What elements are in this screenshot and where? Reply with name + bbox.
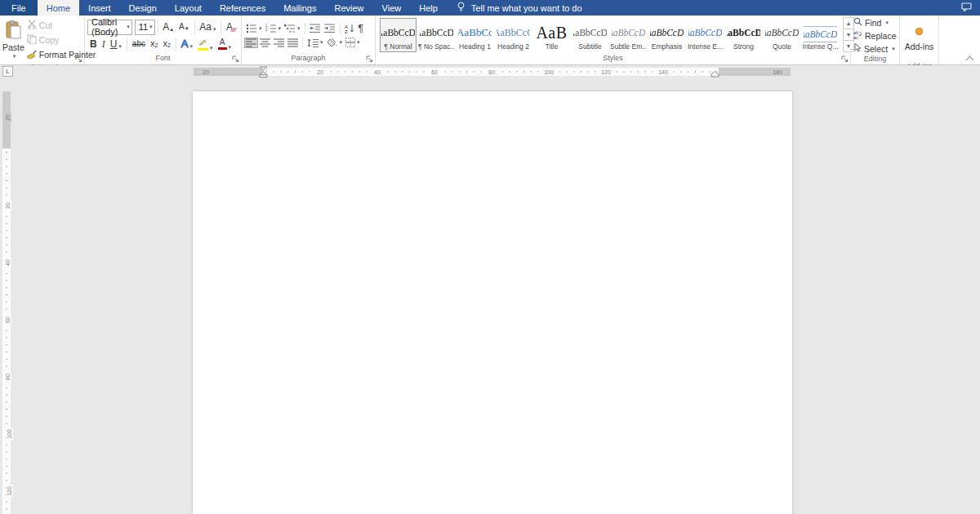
style-normal[interactable]: AaBbCcDc ¶ Normal: [380, 18, 416, 52]
change-case-button[interactable]: Aa▾: [197, 21, 218, 33]
font-name-dropdown-icon[interactable]: ▾: [127, 24, 130, 30]
text-highlight-button[interactable]: ▾: [195, 37, 216, 51]
replace-label: Replace: [865, 31, 897, 41]
increase-indent-button[interactable]: [323, 23, 337, 34]
vertical-ruler[interactable]: 20 20 40 60 80 100 120: [2, 91, 11, 514]
highlight-dropdown-icon[interactable]: ▾: [210, 45, 213, 51]
tab-stop-selector[interactable]: L: [2, 66, 13, 77]
shading-button[interactable]: ▾: [325, 37, 345, 48]
borders-dropdown-icon[interactable]: ▾: [357, 39, 360, 46]
font-name-combobox[interactable]: Calibri (Body) ▾: [87, 20, 132, 35]
shrink-font-button[interactable]: A▼: [176, 22, 192, 32]
style-name: Subtitle: [578, 42, 601, 51]
collapse-ribbon-icon[interactable]: [966, 55, 973, 62]
font-size-combobox[interactable]: 11 ▾: [135, 20, 155, 35]
italic-button[interactable]: I: [100, 38, 108, 50]
align-right-button[interactable]: [272, 38, 286, 48]
paste-button[interactable]: Paste ▾: [2, 17, 24, 63]
indent-markers-icon[interactable]: [259, 66, 268, 78]
multilevel-list-button[interactable]: ▾: [283, 23, 302, 34]
font-size-dropdown-icon[interactable]: ▾: [149, 24, 153, 30]
ruler-number: 20: [5, 201, 11, 210]
bullets-button[interactable]: ▾: [244, 23, 264, 34]
style-subtle-emphasis[interactable]: AaBbCcDc Subtle Em...: [610, 18, 647, 52]
style-title[interactable]: AaB Title: [533, 18, 570, 52]
align-left-button[interactable]: [244, 38, 258, 48]
replace-button[interactable]: abac Replace: [853, 30, 897, 41]
underline-dropdown-icon[interactable]: ▾: [118, 43, 122, 49]
tab-home[interactable]: Home: [38, 0, 79, 16]
text-effects-button[interactable]: A▾: [179, 38, 195, 50]
style-subtitle[interactable]: AaBbCcDc Subtitle: [572, 18, 608, 52]
text-effects-dropdown-icon[interactable]: ▾: [189, 43, 193, 49]
multilevel-list-dropdown-icon[interactable]: ▾: [297, 25, 301, 32]
select-dropdown-icon[interactable]: ▾: [892, 46, 895, 52]
strikethrough-button[interactable]: abc: [130, 39, 148, 49]
style-heading-2[interactable]: AaBbCcC Heading 2: [495, 18, 532, 52]
find-dropdown-icon[interactable]: ▾: [885, 20, 889, 26]
tab-view[interactable]: View: [373, 0, 411, 16]
select-button[interactable]: Select ▾: [853, 43, 897, 54]
style-intense-emphasis[interactable]: AaBbCcDc Intense E...: [687, 18, 724, 52]
bold-button[interactable]: B: [87, 38, 100, 50]
superscript-button[interactable]: x2: [160, 38, 172, 49]
align-center-button[interactable]: [258, 38, 272, 48]
borders-button[interactable]: ▾: [344, 37, 362, 48]
tab-insert[interactable]: Insert: [79, 0, 120, 16]
font-dialog-launcher-icon[interactable]: [231, 55, 239, 63]
tell-me-box[interactable]: Tell me what you want to do: [457, 0, 582, 16]
addins-dot-icon: [915, 28, 923, 35]
subscript-button[interactable]: x2: [148, 38, 160, 49]
change-case-glyph: Aa: [199, 22, 212, 32]
grow-font-button[interactable]: A▲: [160, 21, 176, 33]
sort-button[interactable]: AZ: [343, 23, 357, 34]
tab-references[interactable]: References: [211, 0, 274, 16]
styles-dialog-launcher-icon[interactable]: [840, 55, 849, 63]
style-heading-1[interactable]: AaBbCc Heading 1: [457, 18, 493, 52]
style-intense-quote[interactable]: AaBbCcDc Intense Q...: [802, 18, 839, 52]
tab-file[interactable]: File: [0, 0, 38, 16]
horizontal-ruler[interactable]: 20 20 40 60 80 100 120 140 180: [194, 68, 791, 76]
comments-icon[interactable]: [961, 2, 972, 13]
paste-dropdown-icon[interactable]: ▾: [13, 53, 16, 60]
clear-formatting-button[interactable]: A: [224, 21, 238, 33]
ruler-number: 140: [657, 69, 670, 76]
style-sample: AaBbCcC: [497, 23, 530, 42]
line-spacing-button[interactable]: ▾: [305, 38, 325, 48]
justify-button[interactable]: [286, 38, 300, 48]
numbering-button[interactable]: 1.2. ▾: [264, 23, 283, 34]
underline-button[interactable]: U▾: [108, 38, 124, 50]
tab-review[interactable]: Review: [326, 0, 373, 16]
bullets-dropdown-icon[interactable]: ▾: [259, 25, 262, 32]
multilevel-list-icon: [284, 24, 296, 33]
tab-mailings[interactable]: Mailings: [274, 0, 325, 16]
numbering-dropdown-icon[interactable]: ▾: [278, 25, 282, 32]
style-name: Intense E...: [688, 42, 723, 51]
style-name: ¶ No Spac...: [418, 42, 455, 51]
font-color-button[interactable]: A ▾: [216, 38, 234, 51]
line-spacing-dropdown-icon[interactable]: ▾: [320, 39, 323, 46]
right-indent-marker-icon[interactable]: [710, 71, 719, 78]
scissors-icon: [27, 20, 37, 31]
clipboard-dialog-launcher-icon[interactable]: [74, 55, 82, 63]
addins-button[interactable]: Add-ins: [902, 17, 936, 61]
paragraph-dialog-launcher-icon[interactable]: [365, 55, 373, 63]
document-page[interactable]: [193, 91, 792, 514]
find-button[interactable]: Find ▾: [853, 17, 897, 28]
style-quote[interactable]: AaBbCcDc Quote: [764, 18, 800, 52]
group-font: Calibri (Body) ▾ 11 ▾ A▲ A▼: [85, 16, 242, 64]
tab-help[interactable]: Help: [410, 0, 447, 16]
style-no-spacing[interactable]: AaBbCcDc ¶ No Spac...: [418, 18, 455, 52]
style-emphasis[interactable]: AaBbCcDc Emphasis: [648, 18, 685, 52]
text-effects-glyph: A: [181, 38, 189, 49]
style-strong[interactable]: AaBbCcDc Strong: [725, 18, 762, 52]
show-hide-pilcrow-button[interactable]: ¶: [357, 22, 365, 35]
shading-dropdown-icon[interactable]: ▾: [340, 39, 343, 46]
style-sample: AaBbCcDc: [727, 23, 760, 42]
font-color-dropdown-icon[interactable]: ▾: [229, 44, 232, 50]
tab-layout[interactable]: Layout: [166, 0, 211, 16]
style-sample: AaBbCcDc: [688, 23, 722, 42]
tab-design[interactable]: Design: [120, 0, 166, 16]
italic-glyph: I: [102, 39, 105, 49]
decrease-indent-button[interactable]: [308, 23, 323, 34]
